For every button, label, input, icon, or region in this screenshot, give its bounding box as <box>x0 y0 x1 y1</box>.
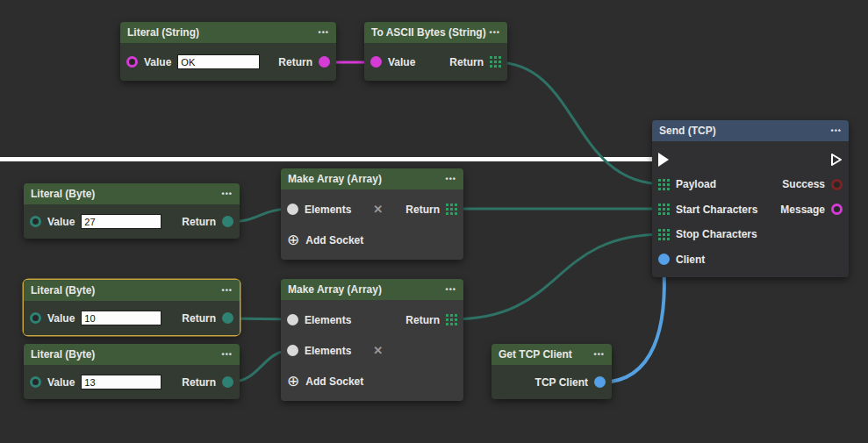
value-input[interactable] <box>81 214 161 229</box>
return-output-port[interactable] <box>222 312 233 324</box>
node-menu-icon[interactable]: ••• <box>222 350 233 359</box>
stop-characters-input-port[interactable] <box>658 229 670 240</box>
node-header[interactable]: Send (TCP) ••• <box>652 120 849 141</box>
node-body: Value Return <box>120 43 336 81</box>
tcp-client-row: TCP Client <box>498 375 606 389</box>
stop-characters-label: Stop Characters <box>676 228 757 240</box>
value-input-port[interactable] <box>30 216 41 227</box>
return-label: Return <box>278 56 312 68</box>
return-output-port[interactable] <box>222 376 233 388</box>
node-body: Elements Return Elements ✕ ⊕ Add Socket <box>281 300 463 401</box>
node-get-tcp-client[interactable]: Get TCP Client ••• TCP Client <box>491 344 612 399</box>
value-row: Value Return <box>30 311 233 325</box>
value-row: Value Return <box>126 54 330 69</box>
remove-socket-icon[interactable]: ✕ <box>373 203 383 216</box>
node-body: TCP Client <box>491 365 612 399</box>
value-row: Value Return <box>370 54 501 69</box>
node-header[interactable]: Literal (Byte) ••• <box>24 280 240 301</box>
success-output-port[interactable] <box>831 179 843 190</box>
value-row: Value Return <box>30 214 233 229</box>
node-make-array-top[interactable]: Make Array (Array) ••• Elements ✕ Return… <box>281 168 463 260</box>
return-array-output-port[interactable] <box>490 56 501 68</box>
payload-row: Payload Success <box>658 177 843 192</box>
start-characters-row: Start Characters Message <box>658 202 843 217</box>
payload-input-port[interactable] <box>658 179 670 190</box>
value-input-port[interactable] <box>126 56 138 68</box>
return-label: Return <box>182 376 216 389</box>
node-title: Make Array (Array) <box>288 283 382 296</box>
message-output-port[interactable] <box>831 204 843 215</box>
add-socket-icon[interactable]: ⊕ <box>287 232 299 247</box>
node-menu-icon[interactable]: ••• <box>222 189 233 198</box>
node-header[interactable]: Literal (String) ••• <box>120 22 336 43</box>
value-label: Value <box>388 56 415 68</box>
elements-input-port[interactable] <box>287 345 298 356</box>
value-input[interactable] <box>177 54 260 69</box>
return-output-port[interactable] <box>319 56 330 68</box>
node-send-tcp[interactable]: Send (TCP) ••• Payload Success Start Cha… <box>652 120 849 277</box>
node-literal-byte-27[interactable]: Literal (Byte) ••• Value Return <box>24 183 240 239</box>
success-label: Success <box>782 178 825 190</box>
client-input-port[interactable] <box>658 254 670 265</box>
elements-row-2: Elements ✕ <box>287 343 457 358</box>
add-socket-row[interactable]: ⊕ Add Socket <box>287 232 457 247</box>
node-header[interactable]: To ASCII Bytes (String) ••• <box>364 22 507 43</box>
node-literal-byte-10[interactable]: Literal (Byte) ••• Value Return <box>24 280 240 335</box>
return-label: Return <box>182 312 216 325</box>
node-body: Value Return <box>24 365 240 399</box>
elements-input-port[interactable] <box>287 204 298 215</box>
value-input[interactable] <box>81 311 161 325</box>
value-row: Value Return <box>30 375 233 389</box>
node-body: Payload Success Start Characters Message… <box>652 141 849 277</box>
node-title: Send (TCP) <box>659 125 716 137</box>
value-input[interactable] <box>81 375 161 389</box>
node-header[interactable]: Make Array (Array) ••• <box>281 279 463 300</box>
node-menu-icon[interactable]: ••• <box>446 175 456 183</box>
start-characters-input-port[interactable] <box>658 204 670 215</box>
node-header[interactable]: Literal (Byte) ••• <box>24 344 240 365</box>
return-output-port[interactable] <box>222 216 233 227</box>
node-to-ascii-bytes[interactable]: To ASCII Bytes (String) ••• Value Return <box>364 22 507 81</box>
value-input-port[interactable] <box>30 376 41 388</box>
return-array-output-port[interactable] <box>446 204 457 215</box>
elements-input-port[interactable] <box>287 314 298 325</box>
node-title: To ASCII Bytes (String) <box>371 26 486 39</box>
node-header[interactable]: Literal (Byte) ••• <box>24 183 240 204</box>
node-menu-icon[interactable]: ••• <box>490 28 500 37</box>
node-title: Literal (Byte) <box>31 188 95 200</box>
node-body: Elements ✕ Return ⊕ Add Socket <box>281 189 463 260</box>
wire-ascii-to-payload[interactable] <box>496 62 664 184</box>
node-menu-icon[interactable]: ••• <box>594 350 605 359</box>
add-socket-icon[interactable]: ⊕ <box>287 374 299 389</box>
value-input-port[interactable] <box>370 56 382 68</box>
client-label: Client <box>676 254 705 266</box>
node-menu-icon[interactable]: ••• <box>319 28 329 37</box>
elements-label: Elements <box>305 204 351 216</box>
node-menu-icon[interactable]: ••• <box>222 286 233 295</box>
node-make-array-bottom[interactable]: Make Array (Array) ••• Elements Return E… <box>281 279 463 401</box>
node-header[interactable]: Get TCP Client ••• <box>491 344 612 365</box>
node-menu-icon[interactable]: ••• <box>446 285 456 294</box>
tcp-client-output-port[interactable] <box>594 376 606 388</box>
remove-socket-icon[interactable]: ✕ <box>373 344 383 357</box>
exec-input-port[interactable] <box>658 153 669 167</box>
payload-label: Payload <box>676 178 716 190</box>
return-label: Return <box>449 56 484 68</box>
return-label: Return <box>405 314 440 326</box>
value-label: Value <box>47 376 75 389</box>
client-row: Client <box>658 252 843 267</box>
message-label: Message <box>780 204 825 216</box>
node-header[interactable]: Make Array (Array) ••• <box>281 168 463 189</box>
add-socket-row[interactable]: ⊕ Add Socket <box>287 374 457 389</box>
add-socket-label: Add Socket <box>305 375 363 388</box>
exec-output-port[interactable] <box>830 153 843 167</box>
node-body: Value Return <box>24 204 240 239</box>
wire-array2-to-stopchars[interactable] <box>452 234 664 319</box>
node-literal-string[interactable]: Literal (String) ••• Value Return <box>120 22 336 81</box>
return-array-output-port[interactable] <box>446 314 457 325</box>
value-label: Value <box>47 216 75 228</box>
value-input-port[interactable] <box>30 312 41 324</box>
node-literal-byte-13[interactable]: Literal (Byte) ••• Value Return <box>24 344 240 399</box>
value-label: Value <box>47 312 75 325</box>
node-menu-icon[interactable]: ••• <box>831 126 842 135</box>
